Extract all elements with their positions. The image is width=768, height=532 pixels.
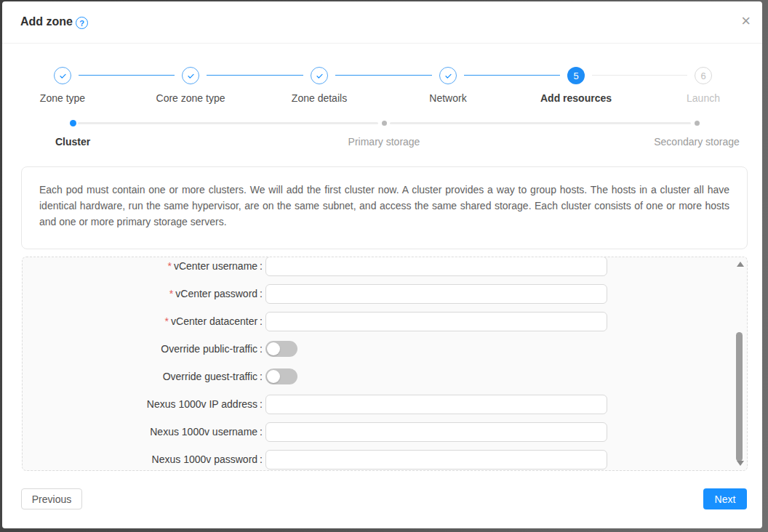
required-mark: * [167,260,171,272]
scroll-down-arrow-icon[interactable] [737,461,744,466]
vcenter-password-input[interactable] [265,284,607,304]
substep-label-primary-storage: Primary storage [304,136,464,148]
label-colon: : [260,288,263,299]
scroll-up-arrow-icon[interactable] [737,262,744,267]
substep-label-secondary-storage: Secondary storage [617,136,768,148]
step-number-badge: 6 [695,67,712,84]
close-icon[interactable]: × [741,13,751,29]
substep-dot-secondary-storage [695,121,700,126]
field-label-nexus-1000v-ip-address: Nexus 1000v IP address: [23,398,263,410]
form-row: Override public-traffic: [23,335,747,363]
step-label: Core zone type [156,92,225,104]
substep-label-cluster: Cluster [0,136,153,148]
label-colon: : [260,398,263,410]
field-label-vcenter-username: *vCenter username: [23,260,263,272]
form-row: *vCenter username: [23,257,747,280]
field-label-vcenter-datacenter: *vCenter datacenter: [23,315,263,327]
add-zone-modal: Add zone ? × Zone typeCore zone typeZone… [2,1,762,528]
scrollbar-thumb[interactable] [736,332,743,462]
field-label-text: Override public-traffic [161,343,257,355]
field-label-text: Nexus 1000v password [152,454,258,465]
override-guest-traffic-toggle[interactable] [265,368,297,384]
toggle-knob [267,342,280,355]
modal-header: Add zone ? × [2,1,762,44]
dimmed-background: Add zone ? × Zone typeCore zone typeZone… [0,0,768,532]
substep-dot-cluster [70,120,76,126]
substep-dot-primary-storage [382,121,387,126]
field-label-vcenter-password: *vCenter password: [23,288,263,299]
field-label-text: vCenter password [175,288,257,299]
field-label-override-public-traffic: Override public-traffic: [23,343,263,355]
step-check-icon [311,67,328,84]
label-colon: : [260,260,263,272]
field-label-text: vCenter datacenter [171,315,257,327]
form-row: *vCenter datacenter: [23,307,747,335]
label-colon: : [260,371,263,382]
modal-title: Add zone [20,15,73,28]
label-colon: : [260,343,263,355]
vcenter-username-input[interactable] [265,257,607,276]
step-item-zone-type: Zone type [4,67,121,104]
form-row: Override guest-traffic: [23,363,747,390]
nexus-1000v-ip-address-input[interactable] [265,395,607,414]
previous-button[interactable]: Previous [21,488,82,509]
vcenter-datacenter-input[interactable] [265,312,607,331]
label-colon: : [260,315,263,327]
form-row: *vCenter password: [23,280,747,307]
cluster-info-card: Each pod must contain one or more cluste… [21,166,748,249]
step-label: Zone details [292,92,347,104]
step-label: Network [429,92,466,104]
nexus-1000v-password-input[interactable] [265,450,607,469]
step-check-icon [439,67,457,84]
toggle-knob [267,370,280,383]
step-label: Add resources [540,92,612,104]
cluster-form-scroll-area: *vCenter username:*vCenter password:*vCe… [22,257,748,471]
step-check-icon [182,67,199,84]
field-label-text: Override guest-traffic [163,371,257,382]
form-row: Nexus 1000v IP address: [23,390,747,418]
step-check-icon [54,67,71,84]
field-label-text: Nexus 1000v IP address [147,398,257,410]
cluster-info-text: Each pod must contain one or more cluste… [39,182,729,230]
step-item-zone-details: Zone details [261,67,377,104]
nexus-1000v-username-input[interactable] [265,422,607,442]
label-colon: : [260,454,263,465]
step-item-add-resources: 5Add resources [518,67,634,104]
required-mark: * [165,315,169,327]
form-row: Nexus 1000v username: [23,418,747,446]
override-public-traffic-toggle[interactable] [265,341,297,357]
form-scrollbar[interactable] [735,259,745,468]
field-label-nexus-1000v-password: Nexus 1000v password: [23,454,263,465]
step-number-badge: 5 [567,67,585,84]
substep-connector-line [390,122,691,124]
label-colon: : [260,426,263,438]
required-mark: * [169,288,173,299]
step-label: Zone type [40,92,85,104]
substep-connector-line [78,122,378,124]
step-item-core-zone-type: Core zone type [132,67,249,104]
form-row: Nexus 1000v password: [23,446,747,471]
step-item-launch: 6Launch [645,67,761,104]
field-label-override-guest-traffic: Override guest-traffic: [23,371,263,382]
field-label-text: Nexus 1000v username [150,426,257,438]
step-label: Launch [687,92,720,104]
field-label-nexus-1000v-username: Nexus 1000v username: [23,426,263,438]
next-button[interactable]: Next [703,488,747,509]
field-label-text: vCenter username [174,260,257,272]
step-item-network: Network [390,67,506,104]
help-icon[interactable]: ? [76,17,88,29]
